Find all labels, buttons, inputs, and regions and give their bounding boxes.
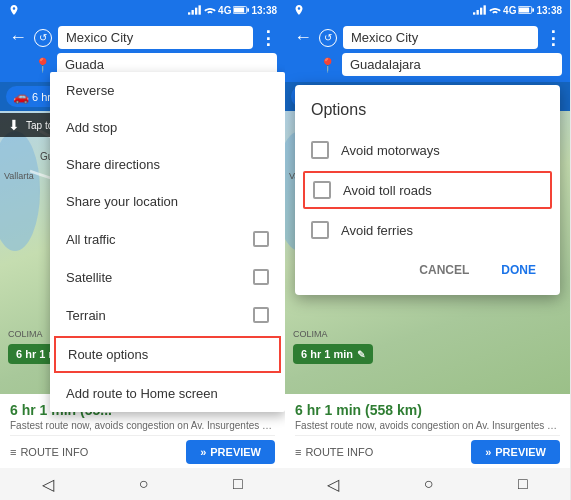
svg-point-7 [0, 131, 40, 251]
status-bar-right: 13:38 4G 13:38 [188, 5, 277, 16]
preview-label-right: PREVIEW [495, 446, 546, 458]
done-button[interactable]: DONE [493, 257, 544, 283]
menu-label-add-home: Add route to Home screen [66, 386, 218, 401]
menu-label-share-directions: Share directions [66, 157, 160, 172]
checkbox-terrain[interactable] [253, 307, 269, 323]
dialog-actions: CANCEL DONE [295, 249, 560, 287]
origin-input-right[interactable]: Guadalajara [342, 53, 562, 76]
options-dialog: Options Avoid motorways Avoid toll roads… [295, 85, 560, 295]
svg-rect-10 [480, 8, 482, 15]
cancel-button[interactable]: CANCEL [411, 257, 477, 283]
colima-label: COLIMA [8, 329, 43, 339]
svg-rect-2 [195, 8, 197, 15]
menu-item-add-home[interactable]: Add route to Home screen [50, 375, 285, 412]
nav-back-right[interactable]: ◁ [327, 475, 339, 494]
nav-back-left[interactable]: ◁ [42, 475, 54, 494]
preview-arrows-left: » [200, 446, 206, 458]
menu-label-reverse: Reverse [66, 83, 114, 98]
refresh-button-left[interactable]: ↺ [34, 29, 52, 47]
svg-rect-1 [192, 10, 194, 15]
nav-home-left[interactable]: ○ [139, 475, 149, 493]
status-bar-icons-right [293, 4, 305, 16]
checkbox-satellite[interactable] [253, 269, 269, 285]
route-info-icon-left: ≡ [10, 446, 16, 458]
colima-label-right: COLIMA [293, 329, 328, 339]
menu-item-reverse[interactable]: Reverse [50, 72, 285, 109]
checkbox-avoid-toll-roads[interactable] [313, 181, 331, 199]
nav-bar-left: ◁ ○ □ [0, 468, 285, 500]
preview-button-left[interactable]: » PREVIEW [186, 440, 275, 464]
wifi-icon [204, 5, 216, 15]
origin-pin-left: 📍 [34, 57, 51, 73]
menu-label-all-traffic: All traffic [66, 232, 116, 247]
preview-button-right[interactable]: » PREVIEW [471, 440, 560, 464]
menu-item-terrain[interactable]: Terrain [50, 296, 285, 334]
refresh-button-right[interactable]: ↺ [319, 29, 337, 47]
svg-rect-11 [484, 5, 486, 14]
vallarta-label: Vallarta [4, 171, 34, 181]
menu-item-route-options[interactable]: Route options [54, 336, 281, 373]
nav-home-right[interactable]: ○ [424, 475, 434, 493]
header-row1-left: ← ↺ Mexico City ⋮ [8, 26, 277, 49]
menu-label-add-stop: Add stop [66, 120, 117, 135]
checkbox-all-traffic[interactable] [253, 231, 269, 247]
header-right: ← ↺ Mexico City ⋮ 📍 Guadalajara [285, 20, 570, 82]
more-button-right[interactable]: ⋮ [544, 27, 562, 49]
option-label-avoid-toll-roads: Avoid toll roads [343, 183, 432, 198]
route-detail-right: Fastest route now, avoids congestion on … [295, 420, 560, 431]
menu-item-all-traffic[interactable]: All traffic [50, 220, 285, 258]
svg-rect-6 [248, 8, 250, 11]
preview-label-left: PREVIEW [210, 446, 261, 458]
route-detail-left: Fastest route now, avoids congestion on … [10, 420, 275, 431]
destination-input-left[interactable]: Mexico City [58, 26, 253, 49]
location-icon-right [293, 4, 305, 16]
svg-rect-5 [234, 7, 244, 12]
svg-rect-13 [519, 7, 529, 12]
menu-item-share-directions[interactable]: Share directions [50, 146, 285, 183]
route-info-button-left[interactable]: ≡ ROUTE INFO [10, 446, 88, 458]
option-avoid-toll-roads[interactable]: Avoid toll roads [303, 171, 552, 209]
nav-bar-right: ◁ ○ □ [285, 468, 570, 500]
edit-icon-right: ✎ [357, 349, 365, 360]
time-bubble-right: 6 hr 1 min ✎ [293, 344, 373, 364]
bottom-info-right: 6 hr 1 min (558 km) Fastest route now, a… [285, 394, 570, 468]
destination-input-right[interactable]: Mexico City [343, 26, 538, 49]
back-button-left[interactable]: ← [8, 27, 28, 48]
option-label-avoid-ferries: Avoid ferries [341, 223, 413, 238]
more-button-left[interactable]: ⋮ [259, 27, 277, 49]
header-row1-right: ← ↺ Mexico City ⋮ [293, 26, 562, 49]
option-avoid-ferries[interactable]: Avoid ferries [295, 211, 560, 249]
signal-icon-right [473, 5, 487, 15]
nav-recent-left[interactable]: □ [233, 475, 243, 493]
checkbox-avoid-ferries[interactable] [311, 221, 329, 239]
wifi-icon-right [489, 5, 501, 15]
status-bar-icons-left [8, 4, 20, 16]
dialog-title: Options [295, 101, 560, 131]
nav-recent-right[interactable]: □ [518, 475, 528, 493]
option-avoid-motorways[interactable]: Avoid motorways [295, 131, 560, 169]
route-info-button-right[interactable]: ≡ ROUTE INFO [295, 446, 373, 458]
route-info-icon-right: ≡ [295, 446, 301, 458]
back-button-right[interactable]: ← [293, 27, 313, 48]
preview-arrows-right: » [485, 446, 491, 458]
menu-item-satellite[interactable]: Satellite [50, 258, 285, 296]
menu-label-satellite: Satellite [66, 270, 112, 285]
left-phone: 13:38 4G 13:38 ← ↺ Mexico City ⋮ 📍 Guada… [0, 0, 285, 500]
checkbox-avoid-motorways[interactable] [311, 141, 329, 159]
status-bar-right-right: 4G 13:38 [473, 5, 562, 16]
4g-label: 4G [218, 5, 231, 16]
menu-item-add-stop[interactable]: Add stop [50, 109, 285, 146]
status-bar-right: 4G 13:38 [285, 0, 570, 20]
header-row2-right: 📍 Guadalajara [293, 53, 562, 76]
menu-item-share-location[interactable]: Share your location [50, 183, 285, 220]
dropdown-menu: Reverse Add stop Share directions Share … [50, 72, 285, 412]
svg-rect-9 [477, 10, 479, 15]
route-summary-right: 6 hr 1 min (558 km) [295, 402, 560, 418]
route-info-label-right: ROUTE INFO [305, 446, 373, 458]
location-icon [8, 4, 20, 16]
battery-icon-right [518, 5, 534, 15]
route-info-label-left: ROUTE INFO [20, 446, 88, 458]
bottom-actions-right: ≡ ROUTE INFO » PREVIEW [295, 435, 560, 464]
bottom-actions-left: ≡ ROUTE INFO » PREVIEW [10, 435, 275, 464]
battery-icon [233, 5, 249, 15]
